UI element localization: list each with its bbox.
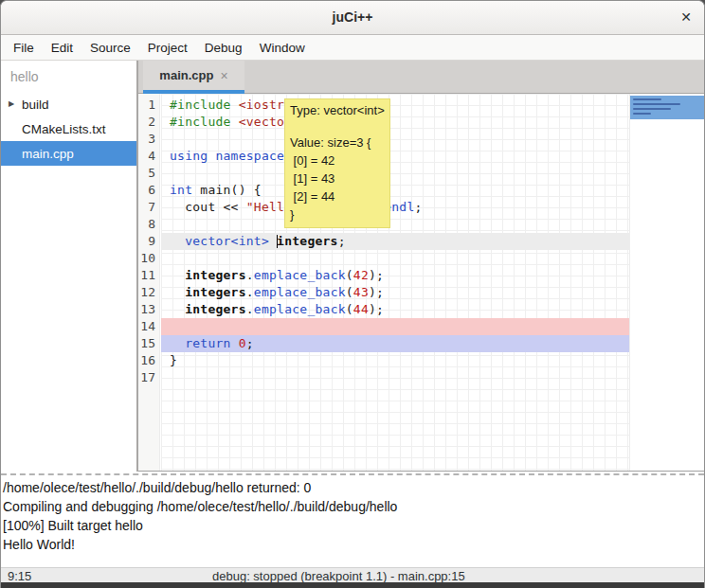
line-number[interactable]: 6 <box>138 182 159 199</box>
line-number[interactable]: 7 <box>138 199 159 216</box>
code-token: integers <box>185 285 246 299</box>
code-token: ); <box>369 285 384 299</box>
terminal-line: /home/olece/test/hello/./build/debug/hel… <box>3 478 704 497</box>
line-number[interactable]: 9 <box>138 233 159 250</box>
tooltip-type-line: Type: vector<int> <box>290 102 386 119</box>
minimap-code-mark <box>633 103 680 105</box>
code-line-1[interactable]: #include <iostream> <box>161 97 629 114</box>
file-tree: ▶buildCMakeLists.txtmain.cpp <box>1 92 136 166</box>
code-token <box>170 302 185 316</box>
line-number[interactable]: 11 <box>138 267 159 284</box>
line-number[interactable]: 2 <box>138 114 159 131</box>
code-text-area[interactable]: #include <iostream>#include <vector>usin… <box>161 94 629 471</box>
line-number[interactable]: 10 <box>138 250 159 267</box>
tree-item-label: CMakeLists.txt <box>1 122 106 136</box>
code-token: ; <box>338 234 346 248</box>
code-line-7[interactable]: cout << "Hello World!" << endl; <box>161 199 629 216</box>
editor-pane: main.cpp × 1234567891011121314151617 #in… <box>138 61 705 472</box>
tooltip-value-line: [2] = 44 <box>290 187 386 205</box>
line-number[interactable]: 16 <box>138 352 159 369</box>
code-line-10[interactable] <box>161 250 629 267</box>
code-line-6[interactable]: int main() { <box>161 182 629 199</box>
window-title: juCi++ <box>1 9 704 25</box>
code-token: #include <box>170 115 239 129</box>
line-number[interactable]: 15 <box>138 335 159 352</box>
code-token <box>231 336 239 350</box>
code-token <box>170 336 185 350</box>
menu-item-project[interactable]: Project <box>139 37 196 59</box>
line-number[interactable]: 12 <box>138 284 159 301</box>
code-token: ; <box>246 336 254 350</box>
code-token: using namespace <box>170 149 284 163</box>
code-token: emplace_back <box>254 285 346 299</box>
code-line-8[interactable] <box>161 216 629 233</box>
code-token: main() { <box>192 183 262 197</box>
code-line-5[interactable] <box>161 165 629 182</box>
titlebar[interactable]: juCi++ ✕ <box>1 1 704 35</box>
menu-item-debug[interactable]: Debug <box>196 37 251 59</box>
line-number[interactable]: 14 <box>138 318 159 335</box>
code-line-3[interactable] <box>161 131 629 148</box>
code-line-4[interactable]: using namespace std; <box>161 148 629 165</box>
menu-item-source[interactable]: Source <box>81 37 139 59</box>
terminal-line: [100%] Built target hello <box>3 516 704 535</box>
code-token: ( <box>346 285 353 299</box>
minimap-code-mark <box>633 98 661 100</box>
sidebar-item-main-cpp[interactable]: main.cpp <box>1 141 136 166</box>
sidebar-item-cmakelists-txt[interactable]: CMakeLists.txt <box>1 116 136 141</box>
minimap-code-mark <box>633 113 651 115</box>
code-token <box>269 234 277 248</box>
bottom-edge <box>1 582 704 588</box>
code-line-14[interactable] <box>161 318 629 335</box>
code-token: #include <box>170 98 239 112</box>
code-token: integers <box>185 268 246 282</box>
code-token: . <box>246 268 254 282</box>
line-number[interactable]: 1 <box>138 97 159 114</box>
menubar: FileEditSourceProjectDebugWindow <box>1 35 704 61</box>
tooltip-value-line: Value: size=3 { <box>290 134 386 151</box>
code-editor[interactable]: 1234567891011121314151617 #include <iost… <box>138 94 705 472</box>
menu-item-window[interactable]: Window <box>251 37 314 59</box>
code-token <box>170 285 185 299</box>
debug-status: debug: stopped (breakpoint 1.1) - main.c… <box>212 569 465 583</box>
code-token: ); <box>369 268 384 282</box>
code-line-17[interactable] <box>161 369 629 386</box>
close-icon[interactable]: ✕ <box>680 9 692 25</box>
minimap-viewport[interactable] <box>630 96 705 119</box>
code-line-11[interactable]: integers.emplace_back(42); <box>161 267 629 284</box>
code-token <box>170 268 185 282</box>
line-number-gutter[interactable]: 1234567891011121314151617 <box>138 94 160 471</box>
expander-icon[interactable]: ▶ <box>9 99 14 108</box>
tooltip-value-line: [1] = 43 <box>290 169 386 187</box>
tab-close-icon[interactable]: × <box>220 68 227 83</box>
tooltip-value-block: Value: size=3 { [0] = 42 [1] = 43 [2] = … <box>290 134 386 223</box>
menu-item-edit[interactable]: Edit <box>43 37 81 59</box>
line-number[interactable]: 3 <box>138 131 159 148</box>
line-number[interactable]: 17 <box>138 369 159 386</box>
line-number[interactable]: 5 <box>138 165 159 182</box>
status-bar: 9:15 debug: stopped (breakpoint 1.1) - m… <box>1 567 704 582</box>
code-token: emplace_back <box>254 268 346 282</box>
code-line-2[interactable]: #include <vector> <box>161 114 629 131</box>
code-line-12[interactable]: integers.emplace_back(43); <box>161 284 629 301</box>
sidebar-item-build[interactable]: ▶build <box>1 92 136 116</box>
tab-label: main.cpp <box>159 68 213 82</box>
code-line-15[interactable]: return 0; <box>161 335 629 352</box>
terminal-output[interactable]: /home/olece/test/hello/./build/debug/hel… <box>1 475 704 567</box>
code-line-9[interactable]: vector<int> integers; <box>161 233 629 250</box>
file-tree-sidebar: hello ▶buildCMakeLists.txtmain.cpp <box>1 61 138 472</box>
tab-main-cpp[interactable]: main.cpp × <box>143 61 244 94</box>
minimap[interactable] <box>629 94 705 471</box>
code-token: return <box>185 336 230 350</box>
project-name: hello <box>1 61 136 92</box>
line-number[interactable]: 13 <box>138 301 159 318</box>
code-line-13[interactable]: integers.emplace_back(44); <box>161 301 629 318</box>
code-line-16[interactable]: } <box>161 352 629 369</box>
menu-item-file[interactable]: File <box>5 37 43 59</box>
code-token: integers <box>277 234 338 248</box>
debug-value-tooltip: Type: vector<int> Value: size=3 { [0] = … <box>284 98 390 228</box>
line-number[interactable]: 4 <box>138 148 159 165</box>
line-number[interactable]: 8 <box>138 216 159 233</box>
code-token: . <box>246 302 254 316</box>
code-token: . <box>246 285 254 299</box>
